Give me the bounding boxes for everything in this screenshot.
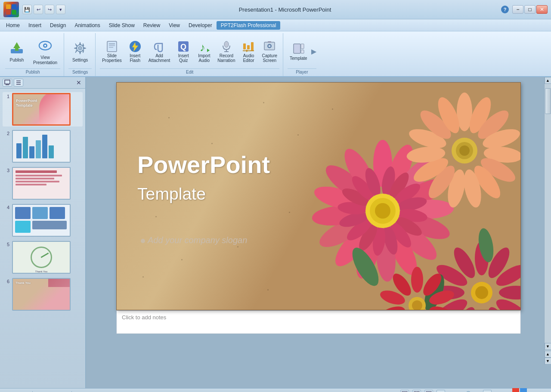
ribbon-more-button[interactable]: ▶: [311, 47, 316, 56]
add-attachment-button[interactable]: AddAttachment: [146, 37, 173, 65]
svg-rect-28: [251, 42, 254, 51]
notes-area[interactable]: Click to add notes: [116, 310, 521, 334]
import-audio-label: ImportAudio: [198, 53, 210, 63]
publish-group-label: Publish: [5, 68, 60, 74]
audio-editor-icon: [241, 40, 255, 53]
scroll-right-up-button[interactable]: ▲: [545, 351, 551, 358]
template-icon: [291, 42, 305, 56]
menu-slideshow[interactable]: Slide Show: [105, 21, 139, 30]
svg-text:♪: ♪: [200, 41, 205, 53]
svg-rect-26: [243, 43, 246, 49]
zoom-in-button[interactable]: +: [483, 390, 492, 392]
customize-quick-access-button[interactable]: ▾: [56, 5, 65, 14]
notes-placeholder: Click to add notes: [122, 314, 166, 321]
menu-home[interactable]: Home: [2, 21, 24, 30]
insert-flash-button[interactable]: InsertFlash: [126, 37, 145, 65]
import-audio-button[interactable]: ♪ ImportAudio: [195, 37, 214, 65]
menu-ppt2flash[interactable]: PPT2Flash Professional: [217, 21, 281, 30]
template-button[interactable]: Template: [288, 40, 310, 63]
add-attachment-icon: [152, 40, 166, 53]
thumb-img-1: PowerPointTemplate: [12, 93, 71, 126]
scroll-track: [545, 84, 551, 343]
slide-canvas[interactable]: PowerPoint Template Add your company slo…: [116, 82, 521, 310]
import-audio-icon: ♪: [197, 40, 211, 53]
zoom-control: − + 60%: [436, 390, 505, 392]
scroll-right-down-button[interactable]: ▼: [545, 358, 551, 364]
slide-thumbnail-6[interactable]: 6 Thank You: [3, 277, 83, 312]
menu-developer[interactable]: Developer: [184, 21, 217, 30]
thumb-img-5: Thank You: [12, 241, 71, 274]
svg-rect-1: [12, 4, 16, 9]
panel-close-button[interactable]: ✕: [75, 79, 83, 86]
slides-tab[interactable]: [3, 79, 12, 86]
minimize-button[interactable]: −: [512, 5, 523, 14]
canvas-wrapper: PowerPoint Template Add your company slo…: [86, 77, 551, 388]
ribbon-group-settings: Settings Settings: [65, 33, 96, 76]
thumb-img-6: Thank You: [12, 278, 71, 311]
audio-editor-button[interactable]: AudioEditor: [239, 37, 258, 65]
thumb-img-2: [12, 130, 71, 163]
menu-design[interactable]: Design: [46, 21, 70, 30]
menu-view[interactable]: View: [164, 21, 184, 30]
insert-quiz-button[interactable]: Q InsertQuiz: [174, 37, 193, 65]
svg-rect-35: [294, 44, 300, 53]
record-narration-button[interactable]: RecordNarration: [215, 37, 237, 65]
office-logo: [3, 2, 19, 17]
reading-view-button[interactable]: [424, 390, 433, 392]
save-button[interactable]: 💾: [22, 5, 32, 14]
menu-animations[interactable]: Animations: [70, 21, 104, 30]
scroll-thumb[interactable]: [545, 88, 551, 114]
scroll-down-button[interactable]: ▼: [545, 343, 551, 350]
canvas-area: PowerPoint Template Add your company slo…: [86, 77, 551, 388]
window-controls: − □ ✕: [512, 5, 548, 14]
svg-rect-0: [6, 4, 11, 9]
slide-thumbnail-5[interactable]: 5 Thank You: [3, 240, 83, 275]
svg-point-33: [269, 45, 271, 47]
slide-thumbnail-2[interactable]: 2: [3, 129, 83, 164]
svg-rect-3: [12, 10, 16, 15]
redo-button[interactable]: ↪: [45, 5, 54, 14]
capture-screen-button[interactable]: CaptureScreen: [260, 37, 279, 65]
normal-view-button[interactable]: [400, 390, 409, 392]
svg-point-113: [411, 267, 423, 293]
undo-button[interactable]: ↩: [34, 5, 43, 14]
help-button[interactable]: ?: [501, 6, 509, 13]
svg-marker-30: [246, 49, 249, 52]
zoom-out-button[interactable]: −: [436, 390, 445, 392]
settings-label: Settings: [72, 58, 88, 63]
settings-icon: [71, 40, 89, 57]
publish-button[interactable]: Publish: [5, 37, 28, 65]
record-narration-icon: [220, 40, 233, 53]
insert-flash-icon: [128, 40, 142, 53]
slides-list: 1 PowerPointTemplate 2: [0, 89, 85, 388]
view-presentation-button[interactable]: ViewPresentation: [30, 35, 60, 68]
svg-marker-5: [13, 42, 20, 48]
menu-insert[interactable]: Insert: [24, 21, 46, 30]
edit-group-label: Edit: [100, 68, 279, 74]
slide-num-3: 3: [3, 167, 9, 173]
svg-rect-6: [15, 47, 19, 51]
menu-review[interactable]: Review: [139, 21, 164, 30]
svg-point-109: [475, 286, 488, 299]
settings-group-label: Settings: [68, 68, 92, 74]
audio-editor-label: AudioEditor: [243, 53, 254, 63]
ribbon-group-edit: SlideProperties InsertFlash: [96, 33, 283, 76]
svg-point-120: [378, 304, 407, 310]
slide-thumbnail-3[interactable]: 3: [3, 166, 83, 201]
svg-rect-34: [268, 41, 271, 43]
scroll-up-button[interactable]: ▲: [545, 77, 551, 84]
slide-sorter-button[interactable]: [412, 390, 421, 392]
slide-thumbnail-4[interactable]: 4: [3, 203, 83, 238]
close-button[interactable]: ✕: [536, 5, 548, 14]
outline-tab[interactable]: [14, 79, 23, 86]
svg-marker-22: [207, 49, 210, 52]
slide-num-5: 5: [3, 241, 9, 247]
maximize-button[interactable]: □: [524, 5, 536, 14]
svg-rect-36: [301, 44, 304, 49]
window-title: Presentation1 - Microsoft PowerPoint: [71, 6, 499, 13]
slide-thumbnail-1[interactable]: 1 PowerPointTemplate: [3, 92, 83, 127]
settings-button[interactable]: Settings: [68, 37, 92, 65]
ribbon-group-player: Template ▶ Player: [284, 33, 320, 76]
view-presentation-icon: [37, 37, 54, 54]
slide-properties-button[interactable]: SlideProperties: [100, 37, 124, 65]
